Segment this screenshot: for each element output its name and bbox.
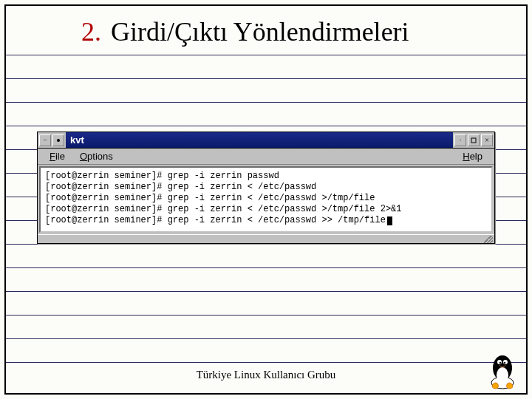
terminal-line: [root@zerrin seminer]# grep -i zerrin < … [45, 193, 487, 204]
svg-rect-1 [471, 138, 476, 143]
terminal-window: − kvt · × File Options Help [root@zerrin… [37, 132, 495, 244]
svg-point-8 [504, 362, 506, 364]
svg-point-7 [499, 362, 502, 364]
terminal-cursor [387, 216, 392, 225]
terminal-line: [root@zerrin seminer]# grep -i zerrin < … [45, 182, 487, 193]
window-title: kvt [66, 134, 453, 146]
maximize-button[interactable] [468, 134, 480, 146]
terminal-viewport[interactable]: [root@zerrin seminer]# grep -i zerrin pa… [39, 166, 493, 233]
menubar: File Options Help [38, 149, 494, 165]
svg-point-4 [497, 367, 508, 383]
terminal-line: [root@zerrin seminer]# grep -i zerrin pa… [45, 171, 487, 182]
menu-help[interactable]: Help [455, 149, 490, 163]
window-sticky-button[interactable] [52, 134, 64, 146]
menu-file[interactable]: File [42, 149, 72, 163]
svg-point-0 [57, 139, 60, 142]
title-number: 2. [81, 16, 101, 47]
terminal-line: [root@zerrin seminer]# grep -i zerrin < … [45, 215, 487, 226]
resize-grip[interactable] [484, 236, 493, 243]
svg-point-6 [503, 360, 508, 364]
window-titlebar[interactable]: − kvt · × [38, 132, 494, 149]
window-menu-button[interactable]: − [39, 134, 51, 146]
titlebar-left-controls: − [38, 132, 66, 148]
svg-point-5 [497, 360, 502, 364]
tux-icon [486, 352, 519, 390]
menu-options[interactable]: Options [72, 149, 120, 163]
terminal-line: [root@zerrin seminer]# grep -i zerrin < … [45, 204, 487, 215]
minimize-button[interactable]: · [454, 134, 466, 146]
close-button[interactable]: × [481, 134, 493, 146]
titlebar-right-controls: · × [453, 132, 494, 148]
window-bottombar [38, 234, 494, 243]
title-text: Girdi/Çıktı Yönlendirmeleri [111, 16, 409, 47]
footer-text: Türkiye Linux Kullanıcı Grubu [0, 369, 532, 381]
